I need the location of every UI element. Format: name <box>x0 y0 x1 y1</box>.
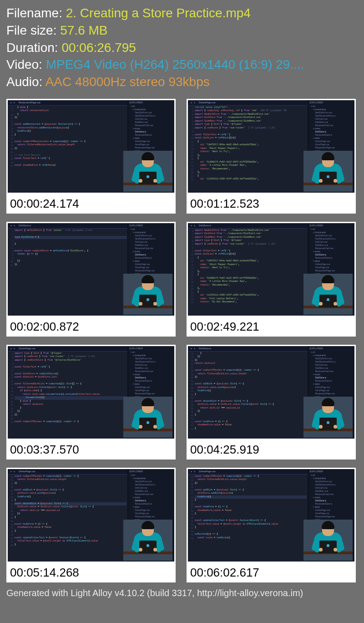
code-content: } else { return restaurantList } }) cons… <box>15 106 126 193</box>
code-editor: DishesPage.vue 2829303132333435363738394… <box>8 469 128 562</box>
video-row: Video: MPEG4 Video (H264) 2560x1440 (16:… <box>6 56 358 73</box>
editor-tab-name: RestaurantsPage.vue <box>19 101 40 104</box>
thumbnail-cell[interactable]: RestaurantsPage.vue 89101112131415161718… <box>6 99 176 214</box>
code-editor: DishesPage.vue 2829303132333435363738394… <box>188 469 308 562</box>
thumbnail-frame[interactable]: DishesPage.vue 5678910111213141516171819… <box>6 345 176 440</box>
code-editor: DishStore.ts 345678910111213141516171819… <box>188 223 308 316</box>
editor-tab-name: DishesPage.vue <box>19 347 35 350</box>
filesize-label: File size: <box>6 23 60 37</box>
thumbnail-timestamp: 00:02:49.221 <box>187 317 356 337</box>
line-gutter: 1234567891011 <box>8 229 14 316</box>
explorer-panel: EXPLORERsrccomponentsNewDishForm.vueNewR… <box>128 223 174 316</box>
code-editor: DishesPage.vue 1234567891011121314151617… <box>188 100 308 193</box>
thumbnail-cell[interactable]: DishesPage.vue 2829303132333435363738394… <box>187 468 356 582</box>
filesize-row: File size: 57.6 MB <box>6 22 358 39</box>
explorer-panel: EXPLORERsrccomponentsNewDishForm.vueNewR… <box>308 346 354 439</box>
code-content: } }) }) return dishList const numberOfDi… <box>195 352 307 439</box>
thumbnail-cell[interactable]: DishStore.ts 232425262728293031323334353… <box>187 345 356 460</box>
line-gutter: 8910111213141516171819202122232425 <box>8 106 14 193</box>
thumbnail-frame[interactable]: DishesPage.vue 1234567891011121314151617… <box>187 99 356 194</box>
duration-row: Duration: 00:06:26.795 <box>6 39 358 56</box>
explorer-panel: EXPLORERsrccomponentsNewDishForm.vueNewR… <box>128 100 174 193</box>
editor-tab-name: DishStore.ts <box>199 224 211 227</box>
editor-tab-name: DishStore.ts <box>199 347 211 350</box>
code-editor: DishStore.ts 1234567891011 import { defi… <box>8 223 128 316</box>
editor-tabbar: RestaurantsPage.vue <box>8 100 127 106</box>
code-content: import NewDishForm from '../components/N… <box>195 229 307 316</box>
thumbnail-timestamp: 00:05:14.268 <box>6 563 176 582</box>
line-gutter: 28293031323334353637383940414243444546 <box>188 475 194 562</box>
thumbnail-timestamp: 00:06:02.617 <box>187 563 356 582</box>
duration-label: Duration: <box>6 41 61 55</box>
thumbnail-frame[interactable]: DishStore.ts 345678910111213141516171819… <box>187 222 356 317</box>
thumbnail-cell[interactable]: DishStore.ts 1234567891011 import { defi… <box>6 222 176 337</box>
line-gutter: 5678910111213141516171819202122232425 <box>8 352 14 439</box>
thumbnail-frame[interactable]: DishesPage.vue 2829303132333435363738394… <box>187 468 356 563</box>
video-value: MPEG4 Video (H264) 2560x1440 (16:9) 29..… <box>46 57 304 71</box>
code-editor: DishesPage.vue 5678910111213141516171819… <box>8 346 128 439</box>
editor-tab-name: DishesPage.vue <box>19 470 35 473</box>
explorer-panel: EXPLORERsrccomponentsNewDishForm.vueNewR… <box>128 346 174 439</box>
filesize-value: 57.6 MB <box>60 23 107 37</box>
code-content: import type { Dish } from '@/types' impo… <box>15 352 126 439</box>
explorer-panel: EXPLORERsrccomponentsNewDishForm.vueNewR… <box>308 223 354 316</box>
thumbnail-frame[interactable]: RestaurantsPage.vue 89101112131415161718… <box>6 99 176 194</box>
editor-tab-name: DishesPage.vue <box>199 101 215 104</box>
explorer-panel: EXPLORERsrccomponentsNewDishForm.vueNewR… <box>308 100 354 193</box>
line-gutter: 12345678910111213141516171819202122 <box>188 106 194 193</box>
thumbnail-cell[interactable]: DishesPage.vue 1234567891011121314151617… <box>187 99 356 214</box>
editor-tabbar: DishesPage.vue <box>188 469 308 475</box>
editor-tab-name: DishStore.ts <box>19 224 31 227</box>
thumbnail-timestamp: 00:01:12.523 <box>187 194 356 214</box>
code-content: const numberOfDishes = computed((): numb… <box>15 475 126 562</box>
thumbnail-timestamp: 00:02:00.872 <box>6 317 176 337</box>
editor-tabbar: DishStore.ts <box>8 223 127 229</box>
thumbnail-timestamp: 00:00:24.174 <box>6 194 176 214</box>
editor-tabbar: DishStore.ts <box>188 223 308 229</box>
thumbnail-cell[interactable]: DishStore.ts 345678910111213141516171819… <box>187 222 356 337</box>
thumbnail-timestamp: 00:03:37.570 <box>6 440 176 460</box>
code-editor: DishStore.ts 232425262728293031323334353… <box>188 346 308 439</box>
filename-value: 2. Creating a Store Practice.mp4 <box>66 6 251 20</box>
thumbnail-timestamp: 00:04:25.919 <box>187 440 356 460</box>
editor-tabbar: DishStore.ts <box>188 346 308 352</box>
video-label: Video: <box>6 57 46 71</box>
thumbnail-cell[interactable]: DishesPage.vue 2829303132333435363738394… <box>6 468 176 582</box>
audio-value: AAC 48000Hz stereo 93kbps <box>46 75 210 89</box>
editor-tabbar: DishesPage.vue <box>8 346 127 352</box>
line-gutter: 2829303132333435363738394041424344454647… <box>8 475 14 562</box>
explorer-panel: EXPLORERsrccomponentsNewDishForm.vueNewR… <box>308 469 354 562</box>
duration-value: 00:06:26.795 <box>61 41 136 55</box>
code-editor: RestaurantsPage.vue 89101112131415161718… <box>8 100 128 193</box>
editor-tabbar: DishesPage.vue <box>188 100 308 106</box>
audio-row: Audio: AAC 48000Hz stereo 93kbps <box>6 73 358 91</box>
editor-tab-name: DishesPage.vue <box>199 470 215 473</box>
line-gutter: 3456789101112131415161718192021222324 <box>188 229 194 316</box>
editor-tabbar: DishesPage.vue <box>8 469 127 475</box>
thumbnail-frame[interactable]: DishesPage.vue 2829303132333435363738394… <box>6 468 176 563</box>
file-info-panel: Filename: 2. Creating a Store Practice.m… <box>0 0 364 97</box>
explorer-panel: EXPLORERsrccomponentsNewDishForm.vueNewR… <box>128 469 174 562</box>
generator-footer: Generated with Light Alloy v4.10.2 (buil… <box>0 585 364 598</box>
code-content: const numberOfDishes = computed((): numb… <box>195 475 307 562</box>
code-content: <script setup lang="ts"> import { comput… <box>195 106 307 193</box>
thumbnail-cell[interactable]: DishesPage.vue 5678910111213141516171819… <box>6 345 176 460</box>
thumbnails-grid: RestaurantsPage.vue 89101112131415161718… <box>0 97 364 585</box>
filename-row: Filename: 2. Creating a Store Practice.m… <box>6 5 358 22</box>
code-content: import { defineStore } from 'pinia' 4.5k… <box>15 229 126 316</box>
line-gutter: 2324252627282930313233343536373839404142… <box>188 352 194 439</box>
filename-label: Filename: <box>6 6 66 20</box>
thumbnail-frame[interactable]: DishStore.ts 232425262728293031323334353… <box>187 345 356 440</box>
audio-label: Audio: <box>6 75 46 89</box>
thumbnail-frame[interactable]: DishStore.ts 1234567891011 import { defi… <box>6 222 176 317</box>
